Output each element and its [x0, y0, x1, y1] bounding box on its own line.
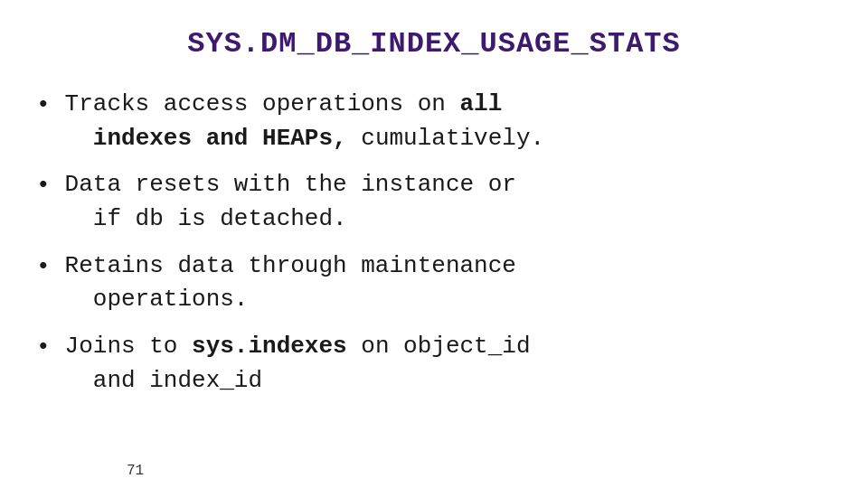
bullet-text-4: Joins to sys.indexes on object_id and in…: [65, 330, 531, 398]
bold-sys-indexes: sys.indexes: [192, 333, 347, 360]
bullet-item-3: • Retains data through maintenance opera…: [36, 249, 832, 317]
bold-indexes-heaps: indexes and HEAPs,: [93, 125, 347, 152]
content-area: • Tracks access operations on all indexe…: [36, 88, 832, 411]
bullet-dot-1: •: [36, 89, 51, 123]
bullet-item-1: • Tracks access operations on all indexe…: [36, 88, 832, 155]
bullet-text-1: Tracks access operations on all indexes …: [65, 88, 545, 155]
bullet-dot-4: •: [36, 331, 51, 365]
bold-all: all: [459, 90, 502, 117]
bullet-text-3: Retains data through maintenance operati…: [65, 249, 516, 317]
bullet-item-2: • Data resets with the instance or if db…: [36, 168, 832, 236]
bullet-dot-2: •: [36, 169, 51, 203]
bullet-text-2: Data resets with the instance or if db i…: [65, 168, 516, 236]
page-number: 71: [127, 463, 144, 479]
slide-title: SYS.DM_DB_INDEX_USAGE_STATS: [187, 27, 680, 61]
bullet-item-4: • Joins to sys.indexes on object_id and …: [36, 330, 832, 398]
bullet-dot-3: •: [36, 250, 51, 285]
